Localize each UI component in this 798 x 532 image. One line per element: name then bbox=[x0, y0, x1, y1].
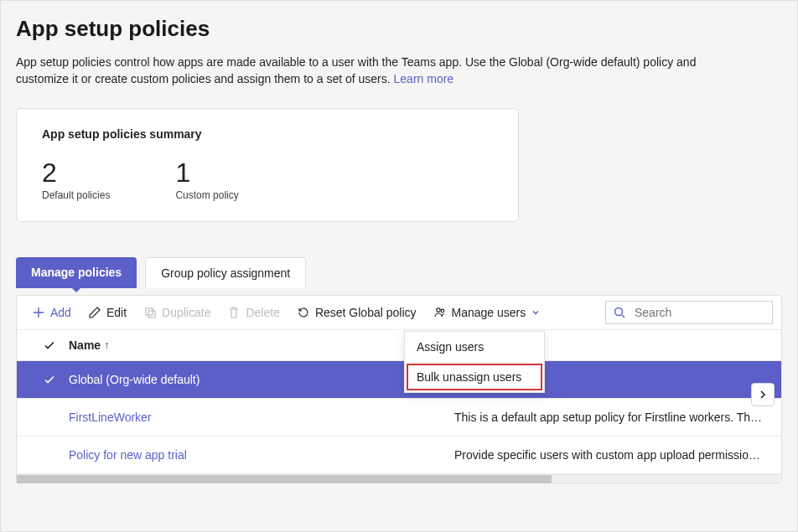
search-input[interactable] bbox=[633, 305, 765, 320]
menu-bulk-unassign-users[interactable]: Bulk unassign users bbox=[405, 362, 544, 392]
manage-users-menu: Assign users Bulk unassign users bbox=[404, 331, 545, 393]
scroll-right-button[interactable] bbox=[751, 383, 775, 406]
edit-label: Edit bbox=[106, 306, 127, 319]
reset-label: Reset Global policy bbox=[315, 306, 417, 319]
sort-asc-icon: ↑ bbox=[104, 339, 109, 351]
menu-assign-users[interactable]: Assign users bbox=[405, 332, 544, 362]
trash-icon bbox=[227, 306, 241, 319]
row-checkbox[interactable] bbox=[30, 373, 69, 386]
stat-value: 1 bbox=[175, 159, 238, 186]
column-name-label: Name bbox=[69, 338, 101, 352]
summary-stats: 2 Default policies 1 Custom policy bbox=[42, 159, 493, 201]
stat-label: Default policies bbox=[42, 189, 110, 201]
select-all-checkbox[interactable] bbox=[30, 338, 69, 352]
plus-icon bbox=[32, 306, 45, 319]
page-title: App setup policies bbox=[16, 16, 782, 42]
learn-more-link[interactable]: Learn more bbox=[394, 72, 454, 85]
delete-label: Delete bbox=[246, 306, 279, 319]
tab-bar: Manage policies Group policy assignment bbox=[16, 257, 782, 288]
svg-rect-1 bbox=[148, 311, 155, 318]
toolbar: Add Edit Duplicate Delete Reset Global p… bbox=[17, 296, 781, 330]
search-icon bbox=[613, 306, 626, 319]
manage-users-label: Manage users bbox=[452, 306, 526, 319]
svg-point-3 bbox=[441, 309, 444, 312]
chevron-down-icon bbox=[531, 307, 541, 318]
page-description: App setup policies control how apps are … bbox=[16, 54, 703, 88]
app-setup-policies-page: App setup policies App setup policies co… bbox=[0, 0, 798, 532]
policies-panel: Add Edit Duplicate Delete Reset Global p… bbox=[16, 295, 782, 483]
duplicate-button: Duplicate bbox=[137, 301, 217, 324]
summary-card: App setup policies summary 2 Default pol… bbox=[16, 108, 519, 222]
manage-users-button[interactable]: Manage users bbox=[427, 301, 548, 324]
table-row[interactable]: Policy for new app trial Provide specifi… bbox=[17, 436, 781, 474]
table-row[interactable]: FirstLineWorker This is a default app se… bbox=[17, 399, 781, 436]
svg-point-2 bbox=[436, 307, 439, 311]
summary-title: App setup policies summary bbox=[42, 127, 493, 141]
description-text: App setup policies control how apps are … bbox=[16, 55, 696, 85]
reset-icon bbox=[297, 306, 310, 319]
duplicate-label: Duplicate bbox=[162, 306, 210, 319]
pencil-icon bbox=[88, 306, 101, 319]
tab-manage-policies[interactable]: Manage policies bbox=[16, 257, 137, 288]
add-button[interactable]: Add bbox=[25, 301, 78, 324]
table-row[interactable]: Global (Org-wide default) bbox=[17, 361, 781, 399]
stat-custom-policy: 1 Custom policy bbox=[175, 159, 238, 201]
stat-default-policies: 2 Default policies bbox=[42, 159, 110, 201]
stat-label: Custom policy bbox=[175, 189, 238, 201]
search-box[interactable] bbox=[605, 301, 773, 324]
edit-button[interactable]: Edit bbox=[81, 301, 133, 324]
add-label: Add bbox=[50, 306, 71, 319]
policy-name[interactable]: Policy for new app trial bbox=[69, 448, 454, 462]
svg-rect-0 bbox=[146, 308, 153, 315]
stat-value: 2 bbox=[42, 159, 110, 186]
svg-point-4 bbox=[615, 307, 623, 315]
policy-name: Global (Org-wide default) bbox=[69, 373, 454, 386]
delete-button: Delete bbox=[220, 301, 286, 324]
column-header-name[interactable]: Name ↑ bbox=[69, 338, 454, 352]
tab-group-policy-assignment[interactable]: Group policy assignment bbox=[145, 257, 306, 288]
policy-description: Provide specific users with custom app u… bbox=[454, 448, 768, 462]
table-header: Name ↑ bbox=[17, 330, 781, 361]
policy-name[interactable]: FirstLineWorker bbox=[69, 411, 454, 424]
users-icon bbox=[433, 306, 447, 319]
scrollbar-thumb[interactable] bbox=[17, 475, 552, 483]
reset-global-button[interactable]: Reset Global policy bbox=[290, 301, 423, 324]
horizontal-scrollbar[interactable] bbox=[17, 474, 781, 483]
duplicate-icon bbox=[143, 306, 157, 319]
policy-description: This is a default app setup policy for F… bbox=[454, 411, 768, 424]
